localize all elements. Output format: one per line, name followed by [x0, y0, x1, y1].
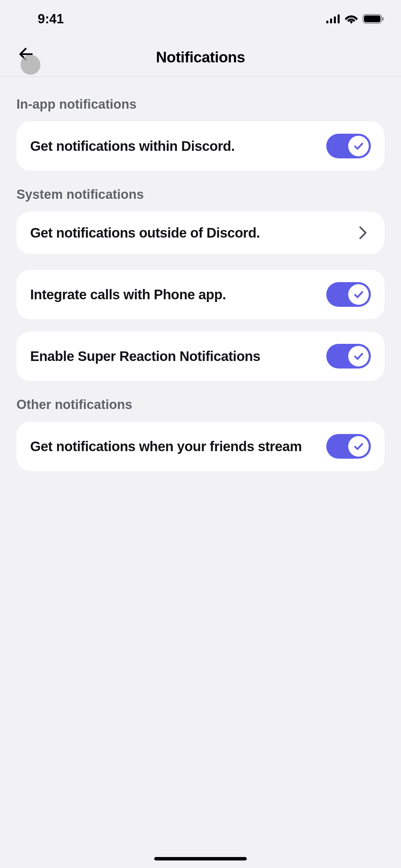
row-system-notifications[interactable]: Get notifications outside of Discord.: [16, 212, 385, 254]
row-super-reaction[interactable]: Enable Super Reaction Notifications: [16, 331, 385, 381]
toggle-knob: [348, 136, 369, 156]
tap-highlight: [21, 55, 40, 75]
toggle-integrate-calls[interactable]: [326, 282, 371, 307]
wifi-icon: [345, 14, 358, 24]
chevron-right-icon: [359, 226, 367, 240]
row-friends-stream[interactable]: Get notifications when your friends stre…: [16, 422, 385, 471]
row-label: Get notifications within Discord.: [30, 137, 326, 155]
row-label: Enable Super Reaction Notifications: [30, 347, 326, 365]
row-integrate-calls[interactable]: Integrate calls with Phone app.: [16, 270, 385, 319]
svg-rect-0: [326, 21, 328, 23]
check-icon: [353, 350, 364, 362]
check-icon: [353, 289, 364, 300]
content: In-app notifications Get notifications w…: [0, 77, 401, 471]
toggle-knob: [348, 436, 369, 457]
svg-rect-1: [330, 19, 332, 23]
toggle-super-reaction[interactable]: [326, 344, 371, 369]
toggle-knob: [348, 284, 369, 305]
row-label: Get notifications outside of Discord.: [30, 224, 359, 242]
page-title: Notifications: [0, 49, 401, 66]
status-bar: 9:41: [0, 0, 401, 38]
svg-rect-2: [334, 16, 336, 23]
status-indicators: [326, 14, 384, 24]
svg-rect-5: [364, 15, 380, 22]
check-icon: [353, 140, 364, 152]
toggle-friends-stream[interactable]: [326, 434, 371, 459]
toggle-in-app-notifications[interactable]: [326, 134, 371, 158]
row-label: Integrate calls with Phone app.: [30, 286, 326, 303]
home-indicator: [154, 857, 247, 860]
section-header-other: Other notifications: [16, 397, 385, 412]
svg-rect-6: [382, 17, 384, 21]
check-icon: [353, 441, 364, 452]
toggle-knob: [348, 346, 369, 366]
section-header-in-app: In-app notifications: [16, 97, 385, 112]
nav-header: Notifications: [0, 38, 401, 77]
battery-icon: [363, 14, 384, 24]
row-label: Get notifications when your friends stre…: [30, 437, 326, 455]
svg-rect-3: [338, 14, 340, 23]
section-header-system: System notifications: [16, 187, 385, 202]
cellular-signal-icon: [326, 14, 340, 23]
row-in-app-notifications[interactable]: Get notifications within Discord.: [16, 121, 385, 171]
status-time: 9:41: [38, 12, 64, 26]
